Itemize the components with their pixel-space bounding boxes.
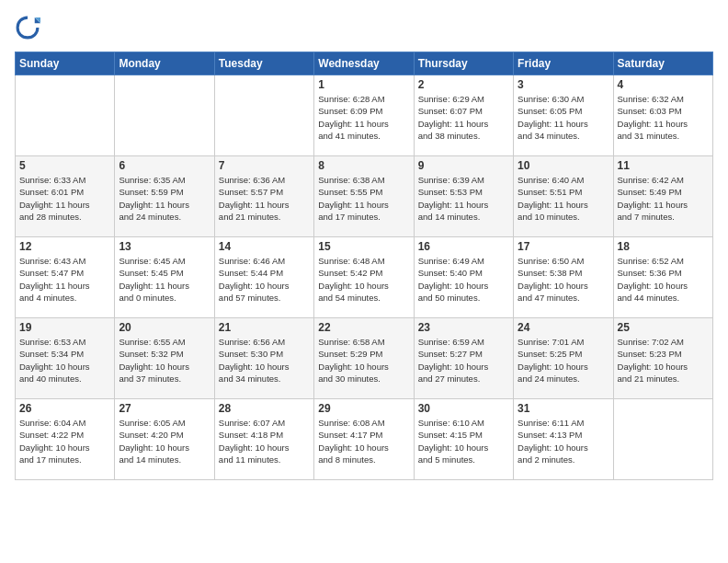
- calendar-cell: 9Sunrise: 6:39 AM Sunset: 5:53 PM Daylig…: [414, 156, 513, 237]
- calendar-cell: 23Sunrise: 6:59 AM Sunset: 5:27 PM Dayli…: [414, 318, 513, 399]
- day-info: Sunrise: 6:28 AM Sunset: 6:09 PM Dayligh…: [318, 93, 409, 142]
- calendar-cell: 16Sunrise: 6:49 AM Sunset: 5:40 PM Dayli…: [414, 237, 513, 318]
- logo-icon: [15, 15, 40, 40]
- day-number: 2: [418, 78, 509, 91]
- day-number: 25: [618, 321, 709, 334]
- day-number: 30: [418, 402, 509, 415]
- day-number: 12: [19, 240, 110, 253]
- day-info: Sunrise: 6:36 AM Sunset: 5:57 PM Dayligh…: [219, 174, 310, 223]
- calendar-header-thursday: Thursday: [414, 52, 513, 75]
- calendar-cell: 14Sunrise: 6:46 AM Sunset: 5:44 PM Dayli…: [214, 237, 313, 318]
- day-number: 15: [318, 240, 409, 253]
- day-number: 21: [219, 321, 310, 334]
- calendar-cell: 31Sunrise: 6:11 AM Sunset: 4:13 PM Dayli…: [514, 399, 613, 480]
- day-info: Sunrise: 7:02 AM Sunset: 5:23 PM Dayligh…: [618, 336, 709, 385]
- calendar-cell: 1Sunrise: 6:28 AM Sunset: 6:09 PM Daylig…: [314, 75, 414, 156]
- day-info: Sunrise: 6:53 AM Sunset: 5:34 PM Dayligh…: [19, 336, 110, 385]
- day-info: Sunrise: 6:08 AM Sunset: 4:17 PM Dayligh…: [318, 417, 409, 465]
- calendar-cell: 22Sunrise: 6:58 AM Sunset: 5:29 PM Dayli…: [314, 318, 414, 399]
- day-number: 5: [19, 159, 110, 172]
- calendar-header-saturday: Saturday: [613, 52, 712, 75]
- day-number: 13: [119, 240, 210, 253]
- day-info: Sunrise: 6:30 AM Sunset: 6:05 PM Dayligh…: [518, 93, 609, 142]
- calendar-row-3: 12Sunrise: 6:43 AM Sunset: 5:47 PM Dayli…: [16, 237, 713, 318]
- day-number: 26: [19, 402, 110, 415]
- day-number: 27: [119, 402, 210, 415]
- day-info: Sunrise: 6:29 AM Sunset: 6:07 PM Dayligh…: [418, 93, 509, 142]
- calendar-cell: 20Sunrise: 6:55 AM Sunset: 5:32 PM Dayli…: [115, 318, 214, 399]
- calendar-cell: 5Sunrise: 6:33 AM Sunset: 6:01 PM Daylig…: [16, 156, 115, 237]
- calendar-cell: 28Sunrise: 6:07 AM Sunset: 4:18 PM Dayli…: [214, 399, 313, 480]
- day-info: Sunrise: 6:49 AM Sunset: 5:40 PM Dayligh…: [418, 255, 509, 304]
- header: [15, 15, 713, 40]
- calendar-cell: 7Sunrise: 6:36 AM Sunset: 5:57 PM Daylig…: [214, 156, 313, 237]
- calendar-cell: [613, 399, 712, 480]
- calendar-header-friday: Friday: [514, 52, 613, 75]
- calendar-cell: [16, 75, 115, 156]
- day-number: 16: [418, 240, 509, 253]
- day-info: Sunrise: 6:38 AM Sunset: 5:55 PM Dayligh…: [318, 174, 409, 223]
- day-number: 1: [318, 78, 409, 91]
- calendar-cell: 17Sunrise: 6:50 AM Sunset: 5:38 PM Dayli…: [514, 237, 613, 318]
- day-info: Sunrise: 6:43 AM Sunset: 5:47 PM Dayligh…: [19, 255, 110, 304]
- calendar-cell: [214, 75, 313, 156]
- calendar-cell: 25Sunrise: 7:02 AM Sunset: 5:23 PM Dayli…: [613, 318, 712, 399]
- day-number: 8: [318, 159, 409, 172]
- day-number: 3: [518, 78, 609, 91]
- day-info: Sunrise: 6:33 AM Sunset: 6:01 PM Dayligh…: [19, 174, 110, 223]
- day-number: 23: [418, 321, 509, 334]
- calendar-cell: 24Sunrise: 7:01 AM Sunset: 5:25 PM Dayli…: [514, 318, 613, 399]
- calendar-header-monday: Monday: [115, 52, 214, 75]
- day-info: Sunrise: 6:10 AM Sunset: 4:15 PM Dayligh…: [418, 417, 509, 465]
- calendar-cell: 30Sunrise: 6:10 AM Sunset: 4:15 PM Dayli…: [414, 399, 513, 480]
- day-info: Sunrise: 6:40 AM Sunset: 5:51 PM Dayligh…: [518, 174, 609, 223]
- day-info: Sunrise: 6:50 AM Sunset: 5:38 PM Dayligh…: [518, 255, 609, 304]
- day-info: Sunrise: 6:56 AM Sunset: 5:30 PM Dayligh…: [219, 336, 310, 385]
- calendar-header-row: SundayMondayTuesdayWednesdayThursdayFrid…: [16, 52, 713, 75]
- day-number: 4: [618, 78, 709, 91]
- calendar-cell: 21Sunrise: 6:56 AM Sunset: 5:30 PM Dayli…: [214, 318, 313, 399]
- calendar-cell: 10Sunrise: 6:40 AM Sunset: 5:51 PM Dayli…: [514, 156, 613, 237]
- day-info: Sunrise: 6:39 AM Sunset: 5:53 PM Dayligh…: [418, 174, 509, 223]
- day-info: Sunrise: 6:58 AM Sunset: 5:29 PM Dayligh…: [318, 336, 409, 385]
- calendar-header-sunday: Sunday: [16, 52, 115, 75]
- day-number: 29: [318, 402, 409, 415]
- calendar-cell: 29Sunrise: 6:08 AM Sunset: 4:17 PM Dayli…: [314, 399, 414, 480]
- calendar-cell: 13Sunrise: 6:45 AM Sunset: 5:45 PM Dayli…: [115, 237, 214, 318]
- calendar-row-4: 19Sunrise: 6:53 AM Sunset: 5:34 PM Dayli…: [16, 318, 713, 399]
- day-number: 18: [618, 240, 709, 253]
- calendar-row-2: 5Sunrise: 6:33 AM Sunset: 6:01 PM Daylig…: [16, 156, 713, 237]
- calendar-cell: 8Sunrise: 6:38 AM Sunset: 5:55 PM Daylig…: [314, 156, 414, 237]
- day-number: 6: [119, 159, 210, 172]
- calendar-header-tuesday: Tuesday: [214, 52, 313, 75]
- day-info: Sunrise: 6:35 AM Sunset: 5:59 PM Dayligh…: [119, 174, 210, 223]
- logo: [15, 15, 44, 40]
- day-info: Sunrise: 6:45 AM Sunset: 5:45 PM Dayligh…: [119, 255, 210, 304]
- day-info: Sunrise: 6:32 AM Sunset: 6:03 PM Dayligh…: [618, 93, 709, 142]
- calendar-row-1: 1Sunrise: 6:28 AM Sunset: 6:09 PM Daylig…: [16, 75, 713, 156]
- day-number: 24: [518, 321, 609, 334]
- day-info: Sunrise: 6:48 AM Sunset: 5:42 PM Dayligh…: [318, 255, 409, 304]
- day-number: 19: [19, 321, 110, 334]
- day-number: 28: [219, 402, 310, 415]
- day-info: Sunrise: 6:11 AM Sunset: 4:13 PM Dayligh…: [518, 417, 609, 465]
- day-number: 14: [219, 240, 310, 253]
- calendar-cell: 27Sunrise: 6:05 AM Sunset: 4:20 PM Dayli…: [115, 399, 214, 480]
- day-info: Sunrise: 6:52 AM Sunset: 5:36 PM Dayligh…: [618, 255, 709, 304]
- day-info: Sunrise: 6:46 AM Sunset: 5:44 PM Dayligh…: [219, 255, 310, 304]
- day-info: Sunrise: 6:42 AM Sunset: 5:49 PM Dayligh…: [618, 174, 709, 223]
- day-number: 20: [119, 321, 210, 334]
- calendar-cell: 15Sunrise: 6:48 AM Sunset: 5:42 PM Dayli…: [314, 237, 414, 318]
- calendar-header-wednesday: Wednesday: [314, 52, 414, 75]
- calendar-cell: 6Sunrise: 6:35 AM Sunset: 5:59 PM Daylig…: [115, 156, 214, 237]
- calendar: SundayMondayTuesdayWednesdayThursdayFrid…: [15, 52, 713, 480]
- calendar-cell: 18Sunrise: 6:52 AM Sunset: 5:36 PM Dayli…: [613, 237, 712, 318]
- day-info: Sunrise: 6:05 AM Sunset: 4:20 PM Dayligh…: [119, 417, 210, 465]
- calendar-cell: 2Sunrise: 6:29 AM Sunset: 6:07 PM Daylig…: [414, 75, 513, 156]
- day-number: 22: [318, 321, 409, 334]
- calendar-cell: [115, 75, 214, 156]
- day-info: Sunrise: 6:55 AM Sunset: 5:32 PM Dayligh…: [119, 336, 210, 385]
- calendar-row-5: 26Sunrise: 6:04 AM Sunset: 4:22 PM Dayli…: [16, 399, 713, 480]
- day-info: Sunrise: 6:59 AM Sunset: 5:27 PM Dayligh…: [418, 336, 509, 385]
- day-number: 31: [518, 402, 609, 415]
